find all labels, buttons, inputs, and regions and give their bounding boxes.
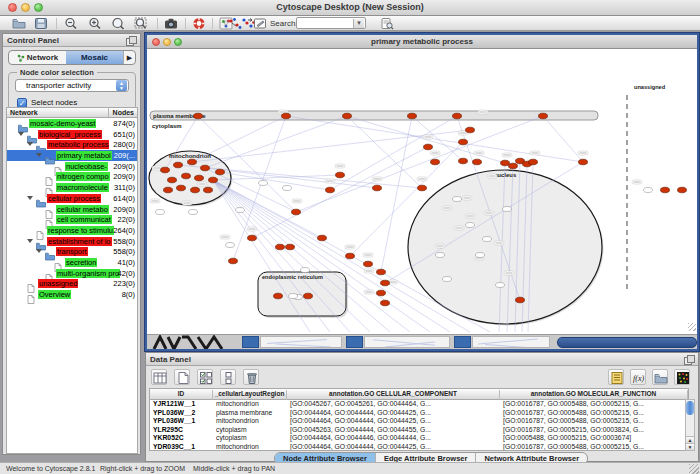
tree-row[interactable]: cell communicat22(0)	[7, 214, 137, 225]
graph-node[interactable]	[336, 172, 345, 178]
graph-node[interactable]	[466, 127, 475, 133]
graph-node[interactable]	[248, 235, 257, 241]
zoom-in-icon[interactable]	[88, 17, 102, 30]
background-window-fragment[interactable]	[242, 336, 259, 348]
graph-node-unselected[interactable]	[436, 253, 445, 258]
graph-node[interactable]	[161, 167, 170, 173]
graph-node[interactable]	[191, 187, 200, 193]
graph-node[interactable]	[274, 293, 283, 299]
table-row[interactable]: YLR295Ccytoplasm[GO:0045263, GO:0044444,…	[150, 426, 688, 435]
graph-node[interactable]	[346, 253, 355, 259]
graph-node-unselected[interactable]	[466, 223, 475, 228]
graph-node[interactable]	[509, 163, 518, 169]
graph-node[interactable]	[373, 185, 382, 191]
tree-row[interactable]: establishment of lo558(0)	[7, 236, 137, 247]
import-attributes-icon[interactable]	[652, 369, 668, 385]
background-window-fragment[interactable]	[454, 336, 471, 348]
background-window-fragment[interactable]	[152, 335, 242, 349]
graph-node[interactable]	[473, 159, 482, 165]
node-color-dropdown[interactable]: transporter activity ▲▼	[15, 79, 129, 92]
graph-node[interactable]	[364, 261, 373, 267]
graph-node[interactable]	[164, 187, 173, 193]
graph-node[interactable]	[501, 160, 510, 166]
graph-node[interactable]	[318, 235, 327, 241]
zoom-fit-icon[interactable]	[134, 17, 148, 30]
background-window-fragment[interactable]	[364, 336, 450, 348]
dropdown-stepper-icon[interactable]: ▲▼	[116, 80, 127, 91]
disclosure-triangle-icon[interactable]	[27, 196, 33, 200]
background-window-fragment[interactable]	[346, 336, 363, 348]
disclosure-triangle-icon[interactable]	[36, 249, 42, 253]
graph-node[interactable]	[177, 185, 186, 191]
open-session-icon[interactable]	[12, 17, 26, 30]
annotation-icon[interactable]	[253, 17, 267, 30]
graph-node[interactable]	[381, 300, 390, 306]
table-column-header[interactable]: annotation.GO CELLULAR_COMPONENT	[287, 390, 500, 400]
tree-row[interactable]: transport558(0)	[7, 246, 137, 257]
graph-node[interactable]	[292, 209, 301, 215]
graph-node-unselected[interactable]	[189, 210, 198, 215]
graph-node[interactable]	[286, 244, 295, 250]
formula-builder-icon[interactable]: f(x)	[630, 369, 646, 385]
graph-node[interactable]	[418, 185, 427, 191]
graph-node[interactable]	[377, 269, 386, 275]
tab-network[interactable]: Network	[9, 51, 66, 64]
minimize-window-button[interactable]	[21, 3, 30, 12]
graph-node[interactable]	[431, 159, 440, 165]
graph-node[interactable]	[326, 187, 335, 193]
search-input[interactable]: ▼	[296, 17, 366, 29]
graph-node[interactable]	[661, 187, 670, 193]
tree-row[interactable]: biological_process651(0)	[7, 129, 137, 140]
tree-row[interactable]: unassigned223(0)	[7, 278, 137, 289]
minimize-network-window-button[interactable]	[163, 38, 171, 46]
tree-row[interactable]: metabolic process280(0)	[7, 139, 137, 150]
graph-node-unselected[interactable]	[483, 237, 492, 242]
graph-node[interactable]	[381, 280, 390, 286]
disclosure-triangle-icon[interactable]	[18, 132, 24, 136]
graph-node[interactable]	[408, 113, 417, 119]
scrollbar-thumb[interactable]	[686, 401, 694, 415]
table-row[interactable]: YPL036W__2plasma membrane[GO:0044464, GO…	[150, 409, 688, 418]
table-row[interactable]: YPL036W__1mitochondrion[GO:0044464, GO:0…	[150, 417, 688, 426]
graph-node[interactable]	[579, 159, 588, 165]
tree-row[interactable]: cellular metabo209(0)	[7, 204, 137, 215]
network-window-resize-grip[interactable]	[688, 323, 696, 331]
tab-mosaic[interactable]: Mosaic	[66, 51, 123, 64]
enhanced-search-icon[interactable]	[380, 17, 394, 30]
tree-row[interactable]: macromolecule311(0)	[7, 182, 137, 193]
delete-attribute-icon[interactable]	[243, 369, 259, 385]
table-column-header[interactable]: annotation.GO MOLECULAR_FUNCTION	[500, 390, 688, 400]
graph-node[interactable]	[276, 244, 285, 250]
graph-node[interactable]	[377, 290, 386, 296]
float-panel-icon[interactable]	[126, 36, 136, 45]
table-row[interactable]: YKR052Ccytoplasm[GO:0044464, GO:0044446,…	[150, 434, 688, 443]
graph-node[interactable]	[216, 169, 225, 175]
graph-node[interactable]	[282, 113, 291, 119]
zoom-window-button[interactable]	[34, 3, 43, 12]
background-window-fragment[interactable]	[557, 337, 697, 348]
graph-node-unselected[interactable]	[503, 207, 512, 212]
graph-node[interactable]	[678, 187, 687, 193]
graph-node-unselected[interactable]	[644, 188, 653, 193]
copy-network-view-icon[interactable]	[228, 17, 242, 30]
graph-node-unselected[interactable]	[259, 181, 268, 186]
graph-node-unselected[interactable]	[301, 268, 310, 273]
tree-row[interactable]: Overview8(0)	[7, 289, 137, 300]
graph-node[interactable]	[343, 113, 352, 119]
scroll-up-icon[interactable]: ▲	[686, 436, 694, 443]
graph-node[interactable]	[174, 162, 183, 168]
network-canvas[interactable]: plasma membranecytoplasmmitochondrionnuc…	[147, 49, 697, 334]
graph-node[interactable]	[539, 113, 548, 119]
graph-node[interactable]	[424, 144, 433, 150]
tree-row[interactable]: multi-organism pro42(0)	[7, 268, 137, 279]
graph-node-unselected[interactable]	[443, 277, 452, 282]
tree-row[interactable]: mosaic-demo-yeast874(0)	[7, 118, 137, 129]
zoom-out-icon[interactable]	[64, 17, 78, 30]
unselect-all-attributes-icon[interactable]	[220, 369, 236, 385]
app-resize-grip[interactable]	[689, 464, 699, 474]
graph-node[interactable]	[209, 177, 218, 183]
help-icon[interactable]	[192, 17, 206, 30]
table-column-header[interactable]: ID	[150, 390, 213, 400]
background-window-fragment[interactable]	[260, 336, 342, 348]
graph-node-unselected[interactable]	[476, 253, 485, 258]
